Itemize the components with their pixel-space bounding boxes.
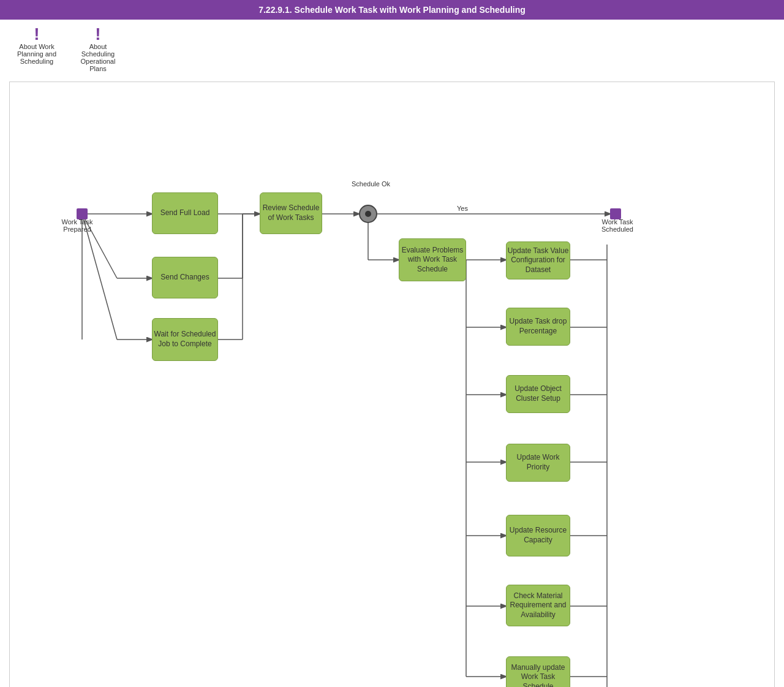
label-update-task-drop: Update Task drop Percentage [507, 317, 570, 336]
label-work-task-prepared: Work Task Prepared [53, 218, 102, 233]
label-update-work-priority: Update Work Priority [507, 453, 570, 472]
label-work-task-scheduled: Work Task Scheduled [593, 218, 642, 233]
exclamation-icon-1: ! [34, 26, 39, 43]
diagram-svg [10, 82, 774, 687]
node-update-resource-capacity[interactable]: Update Resource Capacity [506, 515, 570, 556]
label-send-full-load: Send Full Load [160, 208, 210, 218]
toolbar: ! About Work Planning and Scheduling ! A… [0, 20, 784, 78]
toolbar-label-1: About Work Planning and Scheduling [12, 43, 61, 65]
label-manually-update: Manually update Work Task Schedule [507, 663, 570, 687]
node-update-task-drop[interactable]: Update Task drop Percentage [506, 308, 570, 346]
node-review-schedule[interactable]: Review Schedule of Work Tasks [260, 192, 322, 234]
label-yes: Yes [457, 205, 468, 212]
node-send-changes[interactable]: Send Changes [152, 257, 218, 298]
label-send-changes: Send Changes [160, 273, 209, 283]
node-check-material[interactable]: Check Material Requirement and Availabil… [506, 585, 570, 626]
label-check-material: Check Material Requirement and Availabil… [507, 591, 570, 620]
label-wait-scheduled: Wait for Scheduled Job to Complete [153, 330, 217, 349]
label-update-resource-capacity: Update Resource Capacity [507, 526, 570, 545]
toolbar-item-about-scheduling[interactable]: ! About Scheduling Operational Plans [74, 26, 123, 72]
node-decision [359, 205, 377, 223]
label-review-schedule: Review Schedule of Work Tasks [260, 203, 322, 222]
node-evaluate-problems[interactable]: Evaluate Problems with Work Task Schedul… [399, 238, 466, 281]
node-update-task-value[interactable]: Update Task Value Configuration for Data… [506, 241, 570, 279]
toolbar-item-about-work-planning[interactable]: ! About Work Planning and Scheduling [12, 26, 61, 65]
label-schedule-ok: Schedule Ok [352, 180, 390, 188]
title-text: 7.22.9.1. Schedule Work Task with Work P… [258, 5, 526, 15]
node-manually-update[interactable]: Manually update Work Task Schedule [506, 656, 570, 687]
title-bar: 7.22.9.1. Schedule Work Task with Work P… [0, 0, 784, 20]
node-update-object-cluster[interactable]: Update Object Cluster Setup [506, 375, 570, 413]
label-update-object-cluster: Update Object Cluster Setup [507, 384, 570, 403]
toolbar-label-2: About Scheduling Operational Plans [74, 43, 123, 72]
node-update-work-priority[interactable]: Update Work Priority [506, 444, 570, 482]
diagram-area: Work Task Prepared Send Full Load Send C… [9, 82, 775, 687]
node-wait-scheduled[interactable]: Wait for Scheduled Job to Complete [152, 318, 218, 361]
label-evaluate-problems: Evaluate Problems with Work Task Schedul… [399, 246, 466, 275]
exclamation-icon-2: ! [95, 26, 100, 43]
node-send-full-load[interactable]: Send Full Load [152, 192, 218, 234]
label-update-task-value: Update Task Value Configuration for Data… [507, 246, 570, 275]
